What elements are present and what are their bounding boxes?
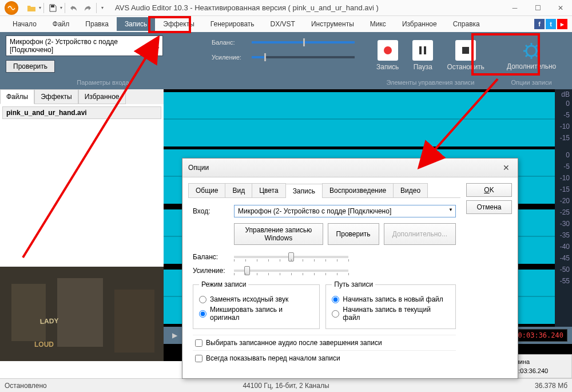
dlg-tab-video[interactable]: Видео bbox=[393, 183, 428, 197]
tr-play-icon[interactable]: ▶ bbox=[168, 329, 181, 342]
ok-button[interactable]: OOKK bbox=[466, 183, 512, 197]
menu-start[interactable]: Начало bbox=[5, 17, 45, 31]
svg-rect-0 bbox=[51, 5, 54, 7]
titlebar: ▾ ▾ ▾ AVS Audio Editor 10.3 - Неактивиро… bbox=[0, 0, 572, 16]
svg-point-1 bbox=[384, 46, 392, 54]
status-format: 44100 Гц, 16-бит, 2 Каналы bbox=[243, 382, 329, 390]
dialog-close-icon[interactable]: ✕ bbox=[500, 162, 512, 173]
cancel-button[interactable]: Отмена bbox=[466, 200, 512, 214]
menu-tools[interactable]: Инструменты bbox=[303, 17, 362, 31]
svg-rect-4 bbox=[462, 47, 469, 54]
chk-show-before[interactable] bbox=[195, 355, 202, 362]
radio-curfile[interactable] bbox=[332, 310, 339, 318]
radio-newfile[interactable] bbox=[332, 296, 339, 303]
dlg-tab-view[interactable]: Вид bbox=[225, 183, 252, 197]
qat-undo-icon[interactable] bbox=[67, 2, 80, 14]
svg-text:LOUD: LOUD bbox=[34, 340, 54, 349]
svg-line-10 bbox=[526, 45, 528, 47]
radio-mix[interactable] bbox=[199, 310, 206, 318]
fieldset-rec-path: Путь записи Начинать запись в новый файл… bbox=[325, 280, 456, 329]
more-options-button[interactable]: Дополнительно bbox=[500, 38, 562, 74]
svg-rect-16 bbox=[57, 278, 103, 347]
tab-effects[interactable]: Эффекты bbox=[34, 89, 78, 104]
input-device-combo[interactable]: Микрофон (2- Устройство с подде [Подключ… bbox=[6, 35, 163, 56]
menu-dxvst[interactable]: DX/VST bbox=[263, 17, 303, 31]
svg-line-13 bbox=[526, 54, 528, 57]
db-scale: dB 0 -5 -10 -15 0 -5 -10 -15 -20 -25 -30… bbox=[555, 89, 572, 330]
qat-redo-icon[interactable] bbox=[81, 2, 94, 14]
test-button[interactable]: Проверить bbox=[6, 60, 55, 73]
group-rec-controls: Элементы управления записи bbox=[372, 79, 489, 86]
fieldset-rec-mode: Режим записи Заменять исходный звук Микш… bbox=[193, 280, 320, 329]
menu-effects[interactable]: Эффекты bbox=[155, 17, 202, 31]
menubar: Начало Файл Правка Запись Эффекты Генери… bbox=[0, 16, 572, 32]
dlg-gain-slider[interactable] bbox=[234, 270, 348, 272]
options-dialog: Опции ✕ Общие Вид Цвета Запись Воспроизв… bbox=[182, 158, 518, 379]
twitter-icon[interactable]: t bbox=[546, 19, 556, 29]
app-icon bbox=[5, 1, 18, 15]
record-button[interactable]: Запись bbox=[372, 38, 403, 73]
gear-icon bbox=[522, 42, 541, 60]
dlg-tab-record[interactable]: Запись bbox=[285, 184, 323, 198]
video-preview: LADYLOUD bbox=[0, 267, 164, 361]
group-input-params: Параметры входа bbox=[6, 79, 200, 86]
tab-favorites[interactable]: Избранное bbox=[78, 89, 126, 104]
radio-replace[interactable] bbox=[199, 296, 206, 303]
svg-rect-2 bbox=[419, 46, 422, 54]
svg-rect-15 bbox=[11, 284, 46, 341]
dlg-tab-general[interactable]: Общие bbox=[188, 183, 225, 197]
menu-generate[interactable]: Генерировать bbox=[202, 17, 263, 31]
dlg-input-combo[interactable]: Микрофон (2- Устройство с подде [Подключ… bbox=[234, 205, 456, 217]
menu-file[interactable]: Файл bbox=[45, 17, 78, 31]
menu-record[interactable]: Запись bbox=[117, 17, 155, 31]
svg-line-12 bbox=[535, 45, 537, 47]
group-rec-options: Опции записи bbox=[500, 79, 562, 86]
svg-rect-3 bbox=[424, 46, 426, 54]
qat-save-icon[interactable] bbox=[46, 2, 59, 14]
svg-text:LADY: LADY bbox=[39, 316, 58, 326]
qat-open-icon[interactable] bbox=[25, 2, 38, 14]
menu-mix[interactable]: Микс bbox=[362, 17, 394, 31]
dlg-test-button[interactable]: Проверить bbox=[328, 223, 379, 245]
close-button[interactable]: ✕ bbox=[549, 0, 572, 16]
facebook-icon[interactable]: f bbox=[534, 19, 545, 29]
menu-favorites[interactable]: Избранное bbox=[394, 17, 445, 31]
pause-button[interactable]: Пауза bbox=[408, 38, 438, 73]
gain-slider[interactable] bbox=[252, 56, 355, 58]
ribbon: Микрофон (2- Устройство с подде [Подключ… bbox=[0, 32, 572, 89]
svg-rect-21 bbox=[164, 92, 555, 146]
file-list[interactable]: pink_u_and_ur_hand.avi bbox=[0, 104, 164, 267]
maximize-button[interactable]: ☐ bbox=[526, 0, 549, 16]
minimize-button[interactable]: ─ bbox=[503, 0, 526, 16]
time-len: 00:03:36.240 bbox=[510, 329, 567, 342]
status-left: Остановлено bbox=[5, 382, 47, 390]
dlg-winrec-button[interactable]: Управление записью Windows bbox=[234, 223, 323, 245]
dialog-title: Опции bbox=[188, 164, 209, 172]
svg-rect-17 bbox=[114, 290, 154, 353]
chk-select-after[interactable] bbox=[195, 339, 202, 347]
menu-edit[interactable]: Правка bbox=[77, 17, 117, 31]
svg-line-11 bbox=[535, 54, 537, 57]
dlg-balance-slider[interactable] bbox=[234, 256, 348, 258]
tab-files[interactable]: Файлы bbox=[0, 89, 34, 104]
window-title: AVS Audio Editor 10.3 - Неактивированная… bbox=[115, 3, 379, 12]
stop-button[interactable]: Остановить bbox=[442, 38, 489, 73]
dlg-advanced-button[interactable]: Дополнительно... bbox=[384, 223, 456, 245]
left-panel: Файлы Эффекты Избранное pink_u_and_ur_ha… bbox=[0, 89, 164, 361]
dlg-tab-colors[interactable]: Цвета bbox=[252, 183, 285, 197]
list-item[interactable]: pink_u_and_ur_hand.avi bbox=[2, 106, 161, 119]
statusbar: Остановлено 44100 Гц, 16-бит, 2 Каналы 3… bbox=[0, 378, 572, 392]
balance-slider[interactable] bbox=[252, 41, 355, 43]
dlg-tab-playback[interactable]: Воспроизведение bbox=[322, 183, 394, 197]
status-size: 36.378 Мб bbox=[535, 382, 567, 390]
menu-help[interactable]: Справка bbox=[445, 17, 488, 31]
youtube-icon[interactable]: ▸ bbox=[557, 19, 567, 29]
